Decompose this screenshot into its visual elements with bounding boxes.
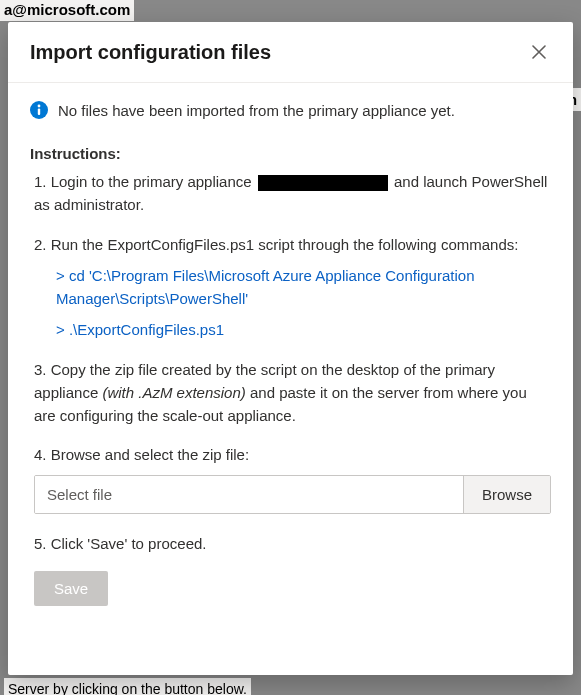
modal-title: Import configuration files bbox=[30, 41, 271, 64]
background-snippet-bottom: Server by clicking on the button below. bbox=[4, 678, 251, 695]
close-button[interactable] bbox=[527, 40, 551, 64]
modal-body: No files have been imported from the pri… bbox=[8, 83, 573, 626]
command-cd: > cd 'C:\Program Files\Microsoft Azure A… bbox=[56, 264, 551, 311]
svg-rect-2 bbox=[38, 109, 40, 116]
instructions-heading: Instructions: bbox=[30, 145, 551, 162]
file-picker-row: Browse bbox=[34, 475, 551, 514]
close-icon bbox=[532, 45, 546, 59]
instruction-step-3: 3. Copy the zip file created by the scri… bbox=[34, 358, 551, 428]
instruction-step-2: 2. Run the ExportConfigFiles.ps1 script … bbox=[34, 233, 551, 342]
info-message: No files have been imported from the pri… bbox=[58, 102, 455, 119]
step2-text: 2. Run the ExportConfigFiles.ps1 script … bbox=[34, 236, 518, 253]
instruction-step-1: 1. Login to the primary appliance and la… bbox=[34, 170, 551, 217]
browse-button[interactable]: Browse bbox=[463, 476, 550, 513]
redacted-hostname bbox=[258, 175, 388, 191]
command-export: > .\ExportConfigFiles.ps1 bbox=[56, 318, 551, 341]
import-config-modal: Import configuration files No files have… bbox=[8, 22, 573, 675]
step1-text-pre: 1. Login to the primary appliance bbox=[34, 173, 256, 190]
modal-header: Import configuration files bbox=[8, 22, 573, 83]
step3-extension-note: (with .AzM extension) bbox=[102, 384, 245, 401]
save-button[interactable]: Save bbox=[34, 571, 108, 606]
info-banner: No files have been imported from the pri… bbox=[30, 101, 551, 119]
info-icon bbox=[30, 101, 48, 119]
instruction-step-5: 5. Click 'Save' to proceed. bbox=[34, 532, 551, 555]
file-path-input[interactable] bbox=[35, 476, 463, 513]
svg-point-1 bbox=[38, 105, 41, 108]
instruction-step-4: 4. Browse and select the zip file: bbox=[34, 443, 551, 466]
background-snippet-top: a@microsoft.com bbox=[0, 0, 134, 21]
